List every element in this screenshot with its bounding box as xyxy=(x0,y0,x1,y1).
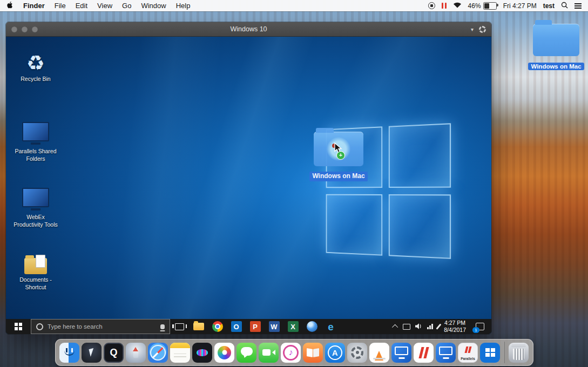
dock-item-itunes[interactable]: ♪ xyxy=(281,342,301,363)
desktop-icon-label: Recycle Bin xyxy=(21,76,50,83)
recycle-bin-icon: ♻ xyxy=(26,45,45,73)
books-icon xyxy=(303,343,323,363)
mac-desktop-folder-windows-on-mac[interactable]: Windows on Mac xyxy=(529,19,583,70)
menu-view[interactable]: View xyxy=(97,2,112,10)
outlook-icon: O xyxy=(231,321,242,332)
dock-item-notes[interactable] xyxy=(170,342,191,363)
window-title-bar[interactable]: Windows 10 ▾ xyxy=(6,22,491,37)
screen-record-icon[interactable] xyxy=(428,2,435,9)
tray-tablet-icon[interactable] xyxy=(403,324,410,330)
windows-logo-pane xyxy=(389,194,451,259)
tray-network-icon[interactable] xyxy=(427,324,433,329)
wifi-icon[interactable] xyxy=(453,2,462,10)
dock-item-photos[interactable] xyxy=(214,342,235,363)
menu-bar-status: 46% Fri 4:27 PM test xyxy=(428,2,582,10)
system-tray: 4:27 PM 8/4/2017 1 xyxy=(394,319,491,334)
menu-edit[interactable]: Edit xyxy=(76,2,87,10)
dock-item-quicktime[interactable]: Q xyxy=(104,342,124,363)
powerpoint-button[interactable]: P xyxy=(246,319,265,334)
apple-menu-icon[interactable] xyxy=(6,1,13,10)
microphone-icon[interactable] xyxy=(160,324,165,329)
close-button[interactable] xyxy=(11,26,17,32)
chrome-button[interactable] xyxy=(208,319,227,334)
dock-item-siri[interactable] xyxy=(192,342,213,363)
parallels-menu-icon[interactable] xyxy=(442,3,447,9)
task-view-button[interactable] xyxy=(170,319,189,334)
tray-pen-icon[interactable] xyxy=(436,324,441,330)
desktop-icon-recycle-bin[interactable]: ♻ Recycle Bin xyxy=(13,45,58,83)
dock-item-launchpad[interactable] xyxy=(126,342,146,363)
excel-icon: X xyxy=(288,321,299,332)
battery-indicator[interactable]: 46% xyxy=(468,2,497,10)
dock-item-trash[interactable] xyxy=(509,342,529,363)
menu-help[interactable]: Help xyxy=(176,2,191,10)
taskbar-search[interactable]: Type here to search xyxy=(31,319,170,334)
powerpoint-icon: P xyxy=(250,321,261,332)
menu-window[interactable]: Window xyxy=(141,2,166,10)
dock-item-finder[interactable] xyxy=(59,342,80,363)
start-button[interactable] xyxy=(6,319,31,334)
dock-item-messages[interactable] xyxy=(236,342,257,363)
search-placeholder: Type here to search xyxy=(48,323,156,330)
word-button[interactable]: W xyxy=(265,319,283,334)
edge-button[interactable]: e xyxy=(321,319,340,334)
tray-speaker-icon[interactable] xyxy=(415,322,422,331)
tray-chevron-up-icon[interactable] xyxy=(392,324,398,330)
dock-item-vlc[interactable] xyxy=(369,342,390,363)
windows-logo-pane xyxy=(389,123,451,188)
parallels-installer-icon: Parallels xyxy=(458,343,478,363)
folder-label: Windows on Mac xyxy=(528,63,584,70)
menu-clock[interactable]: Fri 4:27 PM xyxy=(503,2,537,10)
macos-menu-bar: Finder File Edit View Go Window Help 46%… xyxy=(0,0,588,11)
desktop-icon-parallels-shared-folders[interactable]: Parallels Shared Folders xyxy=(13,118,58,162)
windows-logo-pane xyxy=(326,194,383,256)
desktop-icon-webex-productivity-tools[interactable]: WebEx Productivity Tools xyxy=(13,184,58,228)
safari-compass-icon xyxy=(148,343,168,363)
taskbar-date: 8/4/2017 xyxy=(444,327,466,334)
dock-item-windows-vm[interactable] xyxy=(480,342,501,363)
chevron-down-icon[interactable]: ▾ xyxy=(471,26,474,32)
dock: Q ♪ A Parallels xyxy=(55,339,533,366)
menu-file[interactable]: File xyxy=(55,2,66,10)
spotlight-search-icon[interactable] xyxy=(561,2,568,10)
dock-item-parallels-vm-1[interactable] xyxy=(391,342,412,363)
desktop-icon-documents-shortcut[interactable]: Documents - Shortcut xyxy=(13,246,58,291)
menu-bar-left: Finder File Edit View Go Window Help xyxy=(6,1,190,10)
menu-finder[interactable]: Finder xyxy=(23,2,45,10)
settings-gear-icon[interactable] xyxy=(479,26,486,33)
launchpad-rocket-icon xyxy=(126,343,146,363)
drag-folder-label: Windows on Mac xyxy=(309,172,367,181)
facetime-camera-icon xyxy=(259,343,279,363)
siri-icon xyxy=(192,343,212,363)
minimize-button[interactable] xyxy=(22,26,28,32)
screenshot-app-icon xyxy=(82,343,102,363)
taskbar-clock[interactable]: 4:27 PM 8/4/2017 xyxy=(444,320,466,333)
dock-item-safari[interactable] xyxy=(148,342,168,363)
notification-center-icon[interactable] xyxy=(575,3,582,4)
dock-item-facetime[interactable] xyxy=(259,342,279,363)
photos-flower-icon xyxy=(214,343,234,363)
menu-go[interactable]: Go xyxy=(122,2,131,10)
folder-icon xyxy=(533,24,579,56)
dock-item-parallels-vm-2[interactable] xyxy=(436,342,456,363)
dragged-folder-windows-on-mac[interactable]: + Windows on Mac xyxy=(306,127,371,181)
dock-item-system-preferences[interactable] xyxy=(347,342,368,363)
dock-item-app-store[interactable]: A xyxy=(325,342,346,363)
menu-user[interactable]: test xyxy=(543,2,555,10)
outlook-button[interactable]: O xyxy=(227,319,246,334)
dock-item-parallels-desktop[interactable] xyxy=(414,342,434,363)
battery-percent: 46% xyxy=(468,2,481,10)
excel-button[interactable]: X xyxy=(283,319,302,334)
windows-desktop: ♻ Recycle Bin Parallels Shared Folders W… xyxy=(6,37,491,334)
dock-item-books[interactable] xyxy=(303,342,323,363)
browser-globe-button[interactable] xyxy=(302,319,321,334)
dock-item-screenshot-app[interactable] xyxy=(82,342,102,363)
file-explorer-icon xyxy=(193,323,204,330)
dock-item-parallels-installer[interactable]: Parallels xyxy=(458,342,478,363)
action-center-button[interactable]: 1 xyxy=(471,319,489,334)
file-explorer-button[interactable] xyxy=(189,319,208,334)
zoom-button[interactable] xyxy=(32,26,38,32)
quicktime-icon: Q xyxy=(104,343,124,363)
parallels-vm-icon xyxy=(436,343,456,363)
parallels-vm-icon xyxy=(391,343,411,363)
